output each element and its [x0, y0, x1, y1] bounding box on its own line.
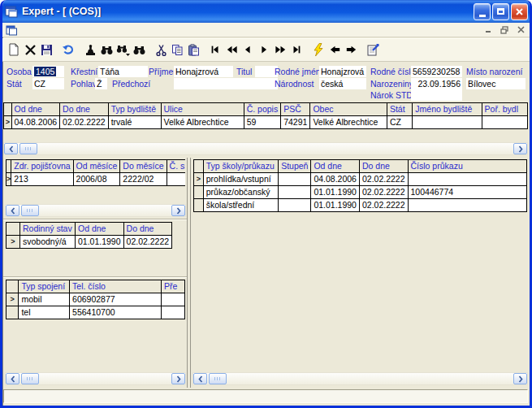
scroll-left-button[interactable] [193, 373, 207, 384]
cut-button[interactable] [153, 41, 169, 59]
paste-button[interactable] [185, 41, 201, 59]
misto-narozeni-field[interactable]: Bílovec [466, 78, 526, 89]
delete-button[interactable] [22, 41, 38, 59]
copy-button[interactable] [169, 41, 185, 59]
narozeniny-field[interactable]: 23.09.1956 [411, 78, 462, 89]
scroll-track[interactable] [39, 205, 171, 216]
mdi-minimize-button[interactable] [482, 24, 494, 35]
table-row[interactable]: > 04.08.2006 02.02.2222 trvalé Velké Alb… [4, 116, 528, 129]
last-record-button[interactable] [288, 41, 305, 59]
mdi-close-icon [517, 26, 525, 33]
stat-field[interactable]: CZ [32, 78, 64, 89]
school-hscrollbar[interactable] [192, 372, 528, 385]
paste-icon [188, 44, 200, 56]
back-button[interactable] [327, 41, 343, 59]
titlebar[interactable]: Expert - [ (COS)] [0, 0, 532, 23]
osoba-label: Osoba [6, 67, 32, 76]
pohlavi-field[interactable]: Ž [95, 78, 107, 89]
table-row[interactable]: tel 556410700 [6, 306, 185, 319]
find-button[interactable] [98, 41, 115, 59]
table-row[interactable]: > svobodný/á 01.01.1990 02.02.2222 [6, 236, 172, 249]
find-previous-button[interactable] [131, 41, 147, 59]
properties-button[interactable] [365, 41, 381, 59]
residence-header: Poř. bydl [482, 103, 527, 116]
save-button[interactable] [38, 41, 54, 59]
school-header: Od dne [311, 160, 360, 173]
back-icon [329, 44, 341, 55]
first-record-button[interactable] [207, 41, 223, 59]
narodnost-label: Národnost [275, 79, 314, 89]
mdi-minimize-icon [485, 26, 492, 33]
maximize-button[interactable] [492, 3, 509, 20]
contacts-header: Pře [161, 280, 184, 293]
mdi-close-button[interactable] [515, 24, 526, 35]
scroll-thumb[interactable] [209, 373, 227, 384]
undo-button[interactable] [60, 41, 76, 59]
rodne-jmeno-field[interactable]: Honajzrová [319, 66, 366, 77]
document-icon[interactable] [6, 24, 18, 36]
find-previous-icon [132, 44, 146, 56]
find-next-button[interactable] [115, 41, 131, 59]
forward-button[interactable] [343, 41, 359, 59]
residence-header: PSČ [281, 103, 310, 116]
krestni-label: Křestní [71, 67, 97, 76]
fast-previous-button[interactable] [223, 41, 240, 59]
residence-header: Od dne [11, 103, 60, 116]
rodne-cislo-label: Rodné číslo [370, 67, 415, 76]
minimize-button[interactable] [474, 3, 491, 20]
predchozi-label: Předchozí [112, 79, 150, 89]
execute-button[interactable] [310, 41, 327, 59]
contacts-grid: Typ spojení Tel. číslo Pře > mobil 60690… [6, 280, 185, 323]
predchozi-field[interactable] [174, 78, 278, 89]
residence-hscrollbar[interactable] [3, 142, 528, 155]
rodne-cislo-field[interactable]: 5659230258 [411, 66, 462, 77]
table-row[interactable]: průkaz/občanský 01.01.1990 02.02.2222 10… [194, 186, 527, 199]
titul-label: Titul [236, 67, 252, 76]
scroll-right-button[interactable] [513, 373, 527, 384]
narodnost-field[interactable]: česká [319, 78, 366, 89]
krestni-field[interactable]: Táňa [98, 66, 148, 77]
mdi-restore-button[interactable] [499, 24, 510, 35]
new-button[interactable] [6, 41, 22, 59]
close-button[interactable] [511, 3, 528, 20]
contacts-header: Typ spojení [19, 280, 70, 293]
left-pane: Zdr. pojišťovna Od měsíce Do měsíce Č. s… [3, 158, 188, 388]
previous-record-button[interactable] [240, 41, 256, 59]
insurance-hscrollbar[interactable] [5, 204, 186, 217]
table-row[interactable]: > mobil 606902877 [6, 293, 185, 306]
scroll-track[interactable] [37, 143, 513, 154]
fast-next-button[interactable] [272, 41, 288, 59]
next-record-button[interactable] [256, 41, 272, 59]
scroll-right-button[interactable] [513, 143, 527, 154]
mdi-row [2, 23, 530, 37]
table-row[interactable]: > prohlídka/vstupní 04.08.2006 02.02.222… [194, 173, 527, 186]
table-row[interactable]: škola/střední 01.01.1990 02.02.2222 [194, 199, 527, 212]
scroll-left-button[interactable] [6, 373, 19, 384]
stamp-button[interactable] [82, 41, 98, 59]
previous-record-icon [242, 44, 253, 55]
table-row[interactable]: > 213 2006/08 2222/02 [6, 173, 186, 186]
scroll-track[interactable] [227, 373, 513, 384]
scroll-right-button[interactable] [171, 373, 185, 384]
status-bar [3, 389, 528, 403]
chevron-right-icon [175, 375, 182, 383]
narok-std-field[interactable] [411, 89, 462, 101]
scroll-left-button[interactable] [4, 143, 18, 154]
contacts-hscrollbar[interactable] [5, 372, 186, 385]
scroll-thumb[interactable] [21, 373, 39, 384]
residence-indicator-header [4, 103, 12, 116]
residence-grid: Od dne Do dne Typ bydliště Ulice Č. popi… [3, 102, 528, 133]
mdi-restore-icon [500, 26, 508, 34]
school-header: Stupeň [279, 160, 311, 173]
school-header: Typ školy/průkazu [203, 160, 278, 173]
scroll-thumb[interactable] [21, 205, 39, 216]
school-header: Do dne [359, 160, 408, 173]
scroll-left-button[interactable] [6, 205, 19, 216]
osoba-field[interactable]: 1405 [32, 66, 64, 77]
toolbar [2, 38, 530, 62]
scroll-track[interactable] [39, 373, 171, 384]
person-form: Osoba 1405 Křestní Táňa Příjmení Honajzr… [3, 63, 529, 102]
scroll-thumb[interactable] [19, 143, 37, 154]
scroll-right-button[interactable] [171, 205, 185, 216]
prijmeni-field[interactable]: Honajzrová [174, 66, 233, 77]
